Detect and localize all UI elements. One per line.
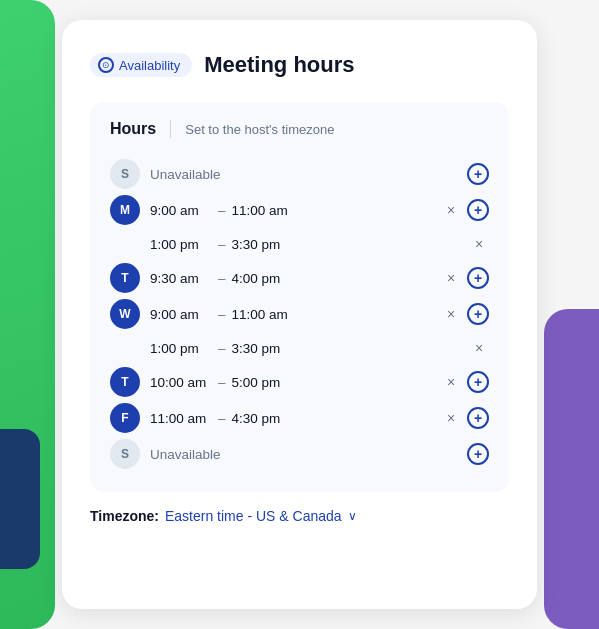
- friday-slot-1: 11:00 am – 4:30 pm: [150, 411, 441, 426]
- day-badge-tuesday: T: [110, 263, 140, 293]
- add-slot-saturday-button[interactable]: +: [467, 443, 489, 465]
- remove-tuesday-1-button[interactable]: ×: [441, 268, 461, 288]
- thursday-slot-1: 10:00 am – 5:00 pm: [150, 375, 441, 390]
- hours-header: Hours Set to the host's timezone: [110, 120, 489, 142]
- timezone-label: Timezone:: [90, 508, 159, 524]
- sunday-actions: +: [467, 163, 489, 185]
- saturday-actions: +: [467, 443, 489, 465]
- bg-purple-shape: [544, 309, 599, 629]
- tuesday-end-1: 4:00 pm: [232, 271, 294, 286]
- wednesday-slot-2: 1:00 pm – 3:30 pm: [150, 341, 469, 356]
- dash: –: [218, 237, 226, 252]
- monday-slot-1: 9:00 am – 11:00 am: [150, 203, 441, 218]
- clock-icon: ⊙: [98, 57, 114, 73]
- friday-start-1: 11:00 am: [150, 411, 212, 426]
- table-row: F 11:00 am – 4:30 pm × +: [110, 400, 489, 436]
- tuesday-slot-1: 9:30 am – 4:00 pm: [150, 271, 441, 286]
- dash: –: [218, 341, 226, 356]
- add-tuesday-slot-button[interactable]: +: [467, 267, 489, 289]
- monday-start-1: 9:00 am: [150, 203, 212, 218]
- unavailable-saturday: Unavailable: [150, 447, 221, 462]
- monday-start-2: 1:00 pm: [150, 237, 212, 252]
- chevron-down-icon: ∨: [348, 509, 357, 523]
- availability-label: Availability: [119, 58, 180, 73]
- table-row: S Unavailable +: [110, 156, 489, 192]
- thursday-end-1: 5:00 pm: [232, 375, 294, 390]
- monday-end-1: 11:00 am: [232, 203, 294, 218]
- friday-end-1: 4:30 pm: [232, 411, 294, 426]
- wednesday-start-1: 9:00 am: [150, 307, 212, 322]
- hours-divider: [170, 120, 171, 138]
- table-row: T 10:00 am – 5:00 pm × +: [110, 364, 489, 400]
- monday-slot-2: 1:00 pm – 3:30 pm: [150, 237, 469, 252]
- add-monday-slot-button[interactable]: +: [467, 199, 489, 221]
- remove-thursday-1-button[interactable]: ×: [441, 372, 461, 392]
- add-wednesday-slot-button[interactable]: +: [467, 303, 489, 325]
- schedule-list: S Unavailable + M 9:00 am – 11:00 am × +: [110, 156, 489, 472]
- timezone-footer[interactable]: Timezone: Eastern time - US & Canada ∨: [90, 508, 509, 524]
- dash: –: [218, 203, 226, 218]
- bg-blue-shape: [0, 429, 40, 569]
- day-badge-monday: M: [110, 195, 140, 225]
- wednesday-actions-1: × +: [441, 303, 489, 325]
- tuesday-start-1: 9:30 am: [150, 271, 212, 286]
- table-row: S Unavailable +: [110, 436, 489, 472]
- dash: –: [218, 271, 226, 286]
- wednesday-slot-1: 9:00 am – 11:00 am: [150, 307, 441, 322]
- dash: –: [218, 307, 226, 322]
- wednesday-actions-2: ×: [469, 338, 489, 358]
- monday-actions-2: ×: [469, 234, 489, 254]
- timezone-note: Set to the host's timezone: [185, 122, 334, 137]
- day-badge-friday: F: [110, 403, 140, 433]
- day-badge-wednesday: W: [110, 299, 140, 329]
- wednesday-end-2: 3:30 pm: [232, 341, 294, 356]
- table-row: 1:00 pm – 3:30 pm ×: [110, 228, 489, 260]
- remove-wednesday-2-button[interactable]: ×: [469, 338, 489, 358]
- thursday-actions-1: × +: [441, 371, 489, 393]
- tuesday-actions-1: × +: [441, 267, 489, 289]
- wednesday-start-2: 1:00 pm: [150, 341, 212, 356]
- monday-actions-1: × +: [441, 199, 489, 221]
- inner-box: Hours Set to the host's timezone S Unava…: [90, 102, 509, 492]
- hours-label: Hours: [110, 120, 156, 138]
- day-badge-sunday: S: [110, 159, 140, 189]
- friday-actions-1: × +: [441, 407, 489, 429]
- table-row: W 9:00 am – 11:00 am × +: [110, 296, 489, 332]
- remove-monday-1-button[interactable]: ×: [441, 200, 461, 220]
- day-badge-saturday: S: [110, 439, 140, 469]
- page-title: Meeting hours: [204, 52, 354, 78]
- timezone-value: Eastern time - US & Canada: [165, 508, 342, 524]
- day-badge-thursday: T: [110, 367, 140, 397]
- monday-end-2: 3:30 pm: [232, 237, 294, 252]
- add-thursday-slot-button[interactable]: +: [467, 371, 489, 393]
- unavailable-sunday: Unavailable: [150, 167, 221, 182]
- add-friday-slot-button[interactable]: +: [467, 407, 489, 429]
- table-row: T 9:30 am – 4:00 pm × +: [110, 260, 489, 296]
- remove-friday-1-button[interactable]: ×: [441, 408, 461, 428]
- table-row: M 9:00 am – 11:00 am × +: [110, 192, 489, 228]
- availability-badge[interactable]: ⊙ Availability: [90, 53, 192, 77]
- add-slot-sunday-button[interactable]: +: [467, 163, 489, 185]
- table-row: 1:00 pm – 3:30 pm ×: [110, 332, 489, 364]
- main-card: ⊙ Availability Meeting hours Hours Set t…: [62, 20, 537, 609]
- remove-monday-2-button[interactable]: ×: [469, 234, 489, 254]
- dash: –: [218, 375, 226, 390]
- wednesday-end-1: 11:00 am: [232, 307, 294, 322]
- remove-wednesday-1-button[interactable]: ×: [441, 304, 461, 324]
- dash: –: [218, 411, 226, 426]
- thursday-start-1: 10:00 am: [150, 375, 212, 390]
- header: ⊙ Availability Meeting hours: [90, 52, 509, 78]
